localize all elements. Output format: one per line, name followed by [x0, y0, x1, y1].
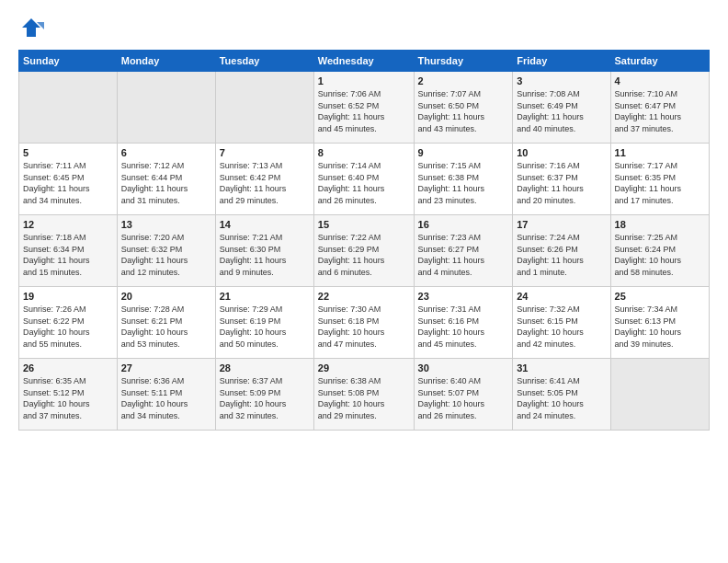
day-number: 6 — [121, 147, 211, 158]
day-number: 4 — [615, 75, 705, 86]
day-number: 15 — [318, 219, 410, 230]
calendar: SundayMondayTuesdayWednesdayThursdayFrid… — [18, 50, 710, 431]
day-number: 29 — [318, 362, 410, 373]
calendar-cell: 21Sunrise: 7:29 AM Sunset: 6:19 PM Dayli… — [215, 287, 313, 359]
calendar-cell: 2Sunrise: 7:07 AM Sunset: 6:50 PM Daylig… — [414, 72, 513, 144]
day-info: Sunrise: 7:20 AM Sunset: 6:32 PM Dayligh… — [121, 232, 211, 278]
day-info: Sunrise: 7:17 AM Sunset: 6:35 PM Dayligh… — [615, 160, 705, 206]
calendar-cell: 25Sunrise: 7:34 AM Sunset: 6:13 PM Dayli… — [610, 287, 709, 359]
day-info: Sunrise: 7:18 AM Sunset: 6:34 PM Dayligh… — [23, 232, 113, 278]
calendar-cell: 27Sunrise: 6:36 AM Sunset: 5:11 PM Dayli… — [117, 359, 215, 431]
day-info: Sunrise: 7:28 AM Sunset: 6:21 PM Dayligh… — [121, 304, 211, 350]
day-number: 10 — [517, 147, 606, 158]
day-number: 20 — [121, 291, 211, 302]
weekday-header-tuesday: Tuesday — [215, 51, 313, 72]
weekday-header-monday: Monday — [117, 51, 215, 72]
weekday-header-wednesday: Wednesday — [313, 51, 414, 72]
day-info: Sunrise: 7:14 AM Sunset: 6:40 PM Dayligh… — [318, 160, 410, 206]
calendar-cell: 20Sunrise: 7:28 AM Sunset: 6:21 PM Dayli… — [117, 287, 215, 359]
calendar-cell: 7Sunrise: 7:13 AM Sunset: 6:42 PM Daylig… — [215, 144, 313, 215]
day-info: Sunrise: 6:40 AM Sunset: 5:07 PM Dayligh… — [418, 375, 509, 421]
day-number: 9 — [418, 147, 509, 158]
day-number: 14 — [220, 219, 310, 230]
calendar-cell: 9Sunrise: 7:15 AM Sunset: 6:38 PM Daylig… — [414, 144, 513, 215]
calendar-cell — [19, 72, 118, 144]
calendar-cell: 30Sunrise: 6:40 AM Sunset: 5:07 PM Dayli… — [414, 359, 513, 431]
weekday-header-friday: Friday — [513, 51, 610, 72]
day-info: Sunrise: 7:22 AM Sunset: 6:29 PM Dayligh… — [318, 232, 410, 278]
calendar-cell: 22Sunrise: 7:30 AM Sunset: 6:18 PM Dayli… — [313, 287, 414, 359]
day-number: 26 — [23, 362, 113, 373]
weekday-header-sunday: Sunday — [19, 51, 118, 72]
calendar-cell: 23Sunrise: 7:31 AM Sunset: 6:16 PM Dayli… — [414, 287, 513, 359]
calendar-cell: 31Sunrise: 6:41 AM Sunset: 5:05 PM Dayli… — [513, 359, 610, 431]
day-info: Sunrise: 7:06 AM Sunset: 6:52 PM Dayligh… — [318, 88, 410, 134]
day-number: 31 — [517, 362, 606, 373]
calendar-cell: 16Sunrise: 7:23 AM Sunset: 6:27 PM Dayli… — [414, 215, 513, 287]
calendar-cell: 18Sunrise: 7:25 AM Sunset: 6:24 PM Dayli… — [610, 215, 709, 287]
day-number: 17 — [517, 219, 606, 230]
calendar-cell: 12Sunrise: 7:18 AM Sunset: 6:34 PM Dayli… — [19, 215, 118, 287]
week-row-1: 5Sunrise: 7:11 AM Sunset: 6:45 PM Daylig… — [19, 144, 710, 215]
day-info: Sunrise: 7:24 AM Sunset: 6:26 PM Dayligh… — [517, 232, 606, 278]
calendar-cell: 1Sunrise: 7:06 AM Sunset: 6:52 PM Daylig… — [313, 72, 414, 144]
calendar-cell: 6Sunrise: 7:12 AM Sunset: 6:44 PM Daylig… — [117, 144, 215, 215]
day-number: 21 — [220, 291, 310, 302]
calendar-cell — [117, 72, 215, 144]
day-info: Sunrise: 6:35 AM Sunset: 5:12 PM Dayligh… — [23, 375, 113, 421]
calendar-cell — [610, 359, 709, 431]
day-info: Sunrise: 7:31 AM Sunset: 6:16 PM Dayligh… — [418, 304, 509, 350]
day-number: 19 — [23, 291, 113, 302]
day-info: Sunrise: 7:34 AM Sunset: 6:13 PM Dayligh… — [615, 304, 705, 350]
day-info: Sunrise: 7:25 AM Sunset: 6:24 PM Dayligh… — [615, 232, 705, 278]
day-number: 2 — [418, 75, 509, 86]
weekday-header-saturday: Saturday — [610, 51, 709, 72]
day-number: 16 — [418, 219, 509, 230]
weekday-header-thursday: Thursday — [414, 51, 513, 72]
calendar-cell: 26Sunrise: 6:35 AM Sunset: 5:12 PM Dayli… — [19, 359, 118, 431]
day-number: 22 — [318, 291, 410, 302]
week-row-3: 19Sunrise: 7:26 AM Sunset: 6:22 PM Dayli… — [19, 287, 710, 359]
calendar-cell — [215, 72, 313, 144]
week-row-0: 1Sunrise: 7:06 AM Sunset: 6:52 PM Daylig… — [19, 72, 710, 144]
calendar-cell: 4Sunrise: 7:10 AM Sunset: 6:47 PM Daylig… — [610, 72, 709, 144]
day-number: 13 — [121, 219, 211, 230]
page: SundayMondayTuesdayWednesdayThursdayFrid… — [0, 0, 728, 563]
day-number: 24 — [517, 291, 606, 302]
day-number: 8 — [318, 147, 410, 158]
day-info: Sunrise: 7:15 AM Sunset: 6:38 PM Dayligh… — [418, 160, 509, 206]
day-info: Sunrise: 7:10 AM Sunset: 6:47 PM Dayligh… — [615, 88, 705, 134]
calendar-cell: 14Sunrise: 7:21 AM Sunset: 6:30 PM Dayli… — [215, 215, 313, 287]
day-info: Sunrise: 7:21 AM Sunset: 6:30 PM Dayligh… — [220, 232, 310, 278]
day-info: Sunrise: 7:16 AM Sunset: 6:37 PM Dayligh… — [517, 160, 606, 206]
calendar-cell: 19Sunrise: 7:26 AM Sunset: 6:22 PM Dayli… — [19, 287, 118, 359]
calendar-cell: 13Sunrise: 7:20 AM Sunset: 6:32 PM Dayli… — [117, 215, 215, 287]
calendar-cell: 15Sunrise: 7:22 AM Sunset: 6:29 PM Dayli… — [313, 215, 414, 287]
logo — [18, 15, 48, 40]
day-info: Sunrise: 7:26 AM Sunset: 6:22 PM Dayligh… — [23, 304, 113, 350]
day-info: Sunrise: 6:38 AM Sunset: 5:08 PM Dayligh… — [318, 375, 410, 421]
week-row-4: 26Sunrise: 6:35 AM Sunset: 5:12 PM Dayli… — [19, 359, 710, 431]
week-row-2: 12Sunrise: 7:18 AM Sunset: 6:34 PM Dayli… — [19, 215, 710, 287]
day-number: 28 — [220, 362, 310, 373]
day-number: 25 — [615, 291, 705, 302]
day-info: Sunrise: 6:37 AM Sunset: 5:09 PM Dayligh… — [220, 375, 310, 421]
calendar-cell: 17Sunrise: 7:24 AM Sunset: 6:26 PM Dayli… — [513, 215, 610, 287]
calendar-cell: 8Sunrise: 7:14 AM Sunset: 6:40 PM Daylig… — [313, 144, 414, 215]
calendar-cell: 28Sunrise: 6:37 AM Sunset: 5:09 PM Dayli… — [215, 359, 313, 431]
day-number: 5 — [23, 147, 113, 158]
day-info: Sunrise: 7:12 AM Sunset: 6:44 PM Dayligh… — [121, 160, 211, 206]
day-info: Sunrise: 6:41 AM Sunset: 5:05 PM Dayligh… — [517, 375, 606, 421]
day-number: 30 — [418, 362, 509, 373]
day-info: Sunrise: 7:23 AM Sunset: 6:27 PM Dayligh… — [418, 232, 509, 278]
calendar-cell: 10Sunrise: 7:16 AM Sunset: 6:37 PM Dayli… — [513, 144, 610, 215]
day-number: 12 — [23, 219, 113, 230]
header — [18, 15, 710, 40]
day-info: Sunrise: 7:08 AM Sunset: 6:49 PM Dayligh… — [517, 88, 606, 134]
day-number: 27 — [121, 362, 211, 373]
calendar-cell: 3Sunrise: 7:08 AM Sunset: 6:49 PM Daylig… — [513, 72, 610, 144]
calendar-cell: 11Sunrise: 7:17 AM Sunset: 6:35 PM Dayli… — [610, 144, 709, 215]
weekday-header-row: SundayMondayTuesdayWednesdayThursdayFrid… — [19, 51, 710, 72]
day-info: Sunrise: 7:30 AM Sunset: 6:18 PM Dayligh… — [318, 304, 410, 350]
logo-icon — [18, 15, 44, 40]
